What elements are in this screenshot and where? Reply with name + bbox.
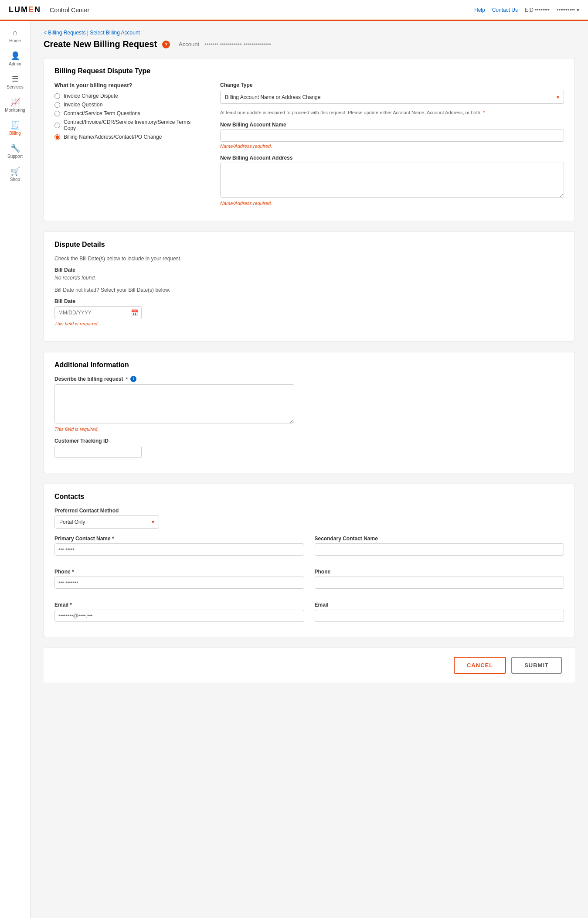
- logo: LUMEN: [9, 5, 41, 14]
- new-billing-name-error: Name/Address required.: [220, 143, 564, 149]
- account-value: ••••••• ••••••••••• ••••••••••••••: [204, 41, 271, 48]
- describe-label: Describe the billing request: [54, 376, 123, 382]
- new-billing-name-label: New Billing Account Name: [220, 122, 564, 128]
- secondary-email-label: Email: [315, 602, 564, 608]
- sidebar-item-admin[interactable]: 👤 Admin: [0, 48, 30, 71]
- radio-item-4[interactable]: Contract/Invoice/CDR/Service Inventory/S…: [54, 119, 203, 131]
- dispute-check-text: Check the Bill Date(s) below to include …: [54, 256, 564, 262]
- new-billing-name-input[interactable]: [220, 130, 564, 142]
- support-icon: 🔧: [10, 144, 20, 152]
- no-records-text: No records found.: [54, 275, 564, 281]
- dispute-type-section: Billing Request Dispute Type What is you…: [44, 58, 575, 221]
- admin-icon: 👤: [10, 52, 20, 60]
- customer-tracking-label: Customer Tracking ID: [54, 438, 564, 444]
- contacts-title: Contacts: [54, 493, 564, 501]
- submit-button[interactable]: SUBMIT: [511, 657, 562, 674]
- dispute-details-section: Dispute Details Check the Bill Date(s) b…: [44, 232, 575, 341]
- eid-label: EID ••••••••: [525, 7, 550, 13]
- bill-date-label-1: Bill Date: [54, 267, 564, 273]
- preferred-chevron-icon: ▾: [152, 519, 154, 525]
- breadcrumb[interactable]: Billing Requests | Select Billing Accoun…: [44, 30, 575, 36]
- sidebar-item-support[interactable]: 🔧 Support: [0, 140, 30, 163]
- page-header: Create New Billing Request ? Account •••…: [44, 39, 575, 49]
- sidebar-label-services: Services: [7, 85, 23, 89]
- home-icon: ⌂: [13, 29, 17, 37]
- footer-actions: CANCEL SUBMIT: [44, 648, 575, 683]
- primary-name-input[interactable]: [54, 543, 304, 556]
- primary-name-label: Primary Contact Name: [54, 536, 111, 542]
- sidebar-label-shop: Shop: [10, 177, 20, 182]
- radio-item-2[interactable]: Invoice Question: [54, 102, 203, 108]
- additional-info-title: Additional Information: [54, 361, 564, 369]
- user-menu[interactable]: •••••••••• ▾: [557, 7, 579, 13]
- describe-required: *: [126, 376, 128, 382]
- cancel-button[interactable]: CANCEL: [454, 657, 506, 674]
- sidebar-item-services[interactable]: ☰ Services: [0, 71, 30, 94]
- chevron-down-icon: ▾: [557, 94, 559, 100]
- shop-icon: 🛒: [10, 167, 20, 175]
- secondary-email-input[interactable]: [315, 610, 564, 622]
- sidebar-item-shop[interactable]: 🛒 Shop: [0, 163, 30, 186]
- sidebar-item-monitoring[interactable]: 📈 Monitoring: [0, 94, 30, 117]
- radio-item-5[interactable]: Billing Name/Address/Contact/PO Change: [54, 134, 203, 140]
- date-input-wrap: 📅: [54, 306, 142, 319]
- preferred-contact-label: Preferred Contact Method: [54, 508, 159, 514]
- select-text: Bill Date not listed? Select your Bill D…: [54, 287, 564, 293]
- billing-question: What is your billing request?: [54, 82, 203, 89]
- sidebar-label-home: Home: [9, 38, 21, 43]
- services-icon: ☰: [12, 75, 19, 83]
- sidebar-label-admin: Admin: [9, 61, 21, 66]
- secondary-phone-input[interactable]: [315, 577, 564, 589]
- billing-icon: 🧾: [10, 121, 20, 129]
- primary-email-input[interactable]: [54, 610, 304, 622]
- dispute-details-title: Dispute Details: [54, 241, 564, 249]
- help-icon[interactable]: ?: [162, 41, 170, 48]
- sidebar-item-billing[interactable]: 🧾 Billing: [0, 117, 30, 140]
- calendar-icon[interactable]: 📅: [127, 307, 142, 319]
- radio-invoice-charge[interactable]: [54, 93, 60, 99]
- preferred-contact-wrap: Preferred Contact Method Portal Only ▾: [54, 508, 159, 529]
- new-billing-address-input[interactable]: [220, 163, 564, 198]
- date-required-error: This field is required.: [54, 321, 564, 326]
- change-type-label: Change Type: [220, 82, 564, 88]
- secondary-name-label: Secondary Contact Name: [315, 536, 564, 542]
- new-billing-address-label: New Billing Account Address: [220, 155, 564, 161]
- radio-group: Invoice Charge Dispute Invoice Question …: [54, 93, 203, 140]
- sidebar-item-home[interactable]: ⌂ Home: [0, 24, 30, 48]
- secondary-phone-label: Phone: [315, 569, 564, 575]
- account-label: Account: [179, 41, 199, 48]
- radio-contract-term[interactable]: [54, 111, 60, 116]
- info-circle-icon[interactable]: i: [130, 376, 136, 382]
- dispute-type-title: Billing Request Dispute Type: [54, 67, 564, 75]
- top-nav: LUMEN Control Center Help Contact Us EID…: [0, 0, 588, 21]
- preferred-contact-dropdown[interactable]: Portal Only ▾: [54, 515, 159, 529]
- describe-textarea[interactable]: [54, 384, 294, 423]
- sidebar-label-support: Support: [7, 154, 23, 159]
- radio-billing-name[interactable]: [54, 134, 60, 140]
- customer-tracking-input[interactable]: [54, 446, 142, 458]
- radio-item-3[interactable]: Contract/Service Term Questions: [54, 110, 203, 116]
- radio-invoice-question[interactable]: [54, 102, 60, 108]
- primary-phone-label: Phone: [54, 569, 71, 575]
- monitoring-icon: 📈: [10, 98, 20, 106]
- sidebar: ⌂ Home 👤 Admin ☰ Services 📈 Monitoring 🧾…: [0, 21, 31, 691]
- main-content: Billing Requests | Select Billing Accoun…: [31, 21, 588, 691]
- change-type-dropdown[interactable]: Billing Account Name or Address Change ▾: [220, 91, 564, 104]
- bill-date-input[interactable]: [55, 307, 127, 318]
- app-title: Control Center: [50, 7, 474, 14]
- primary-phone-input[interactable]: [54, 577, 304, 589]
- help-link[interactable]: Help: [474, 7, 485, 13]
- primary-email-label: Email: [54, 602, 68, 608]
- bill-date-label-2: Bill Date: [54, 298, 564, 304]
- radio-contract-invoice[interactable]: [54, 123, 60, 128]
- sidebar-label-monitoring: Monitoring: [5, 108, 25, 113]
- describe-error: This field is required.: [54, 427, 564, 432]
- sidebar-label-billing: Billing: [9, 131, 21, 136]
- secondary-name-input[interactable]: [315, 543, 564, 556]
- new-billing-address-error: Name/Address required.: [220, 201, 564, 206]
- radio-item-1[interactable]: Invoice Charge Dispute: [54, 93, 203, 99]
- contact-us-link[interactable]: Contact Us: [492, 7, 518, 13]
- page-title: Create New Billing Request: [44, 39, 157, 49]
- contacts-grid: Primary Contact Name * Secondary Contact…: [54, 536, 564, 628]
- additional-info-section: Additional Information Describe the bill…: [44, 352, 575, 473]
